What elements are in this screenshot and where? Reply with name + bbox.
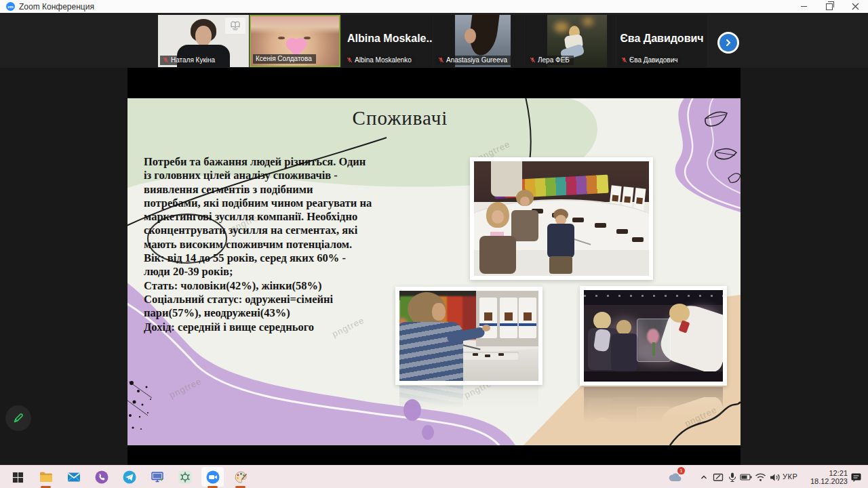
taskbar-app-mail[interactable] [60, 466, 87, 488]
participant-tile-natalia[interactable]: Наталя Кукіна [158, 15, 249, 67]
clock[interactable]: 12:21 18.12.2023 [804, 469, 848, 485]
pencil-icon [12, 411, 25, 425]
close-icon [852, 3, 859, 10]
participant-name-label: Anastasiya Gureeva [435, 56, 511, 65]
file-explorer-icon [38, 469, 54, 485]
title-bar: zm Zoom Конференция [0, 0, 868, 14]
window-title: Zoom Конференция [19, 2, 94, 12]
battery-icon[interactable] [739, 470, 753, 484]
viber-icon [94, 469, 110, 485]
minimize-icon [801, 6, 807, 7]
onedrive-icon[interactable]: 1 [669, 470, 682, 484]
participant-name-label: Albina Moskalenko [344, 56, 416, 65]
paint-icon [233, 469, 249, 485]
speaker-icon[interactable] [768, 470, 781, 484]
next-participants-button[interactable] [717, 32, 739, 54]
participants-strip: Наталя Кукіна Ксенія Солдатова Albina Mo… [0, 13, 868, 68]
taskbar-app-paint[interactable] [226, 466, 254, 488]
participant-tile-lera[interactable]: Лера ФЕБ [525, 15, 616, 67]
tray-expand-chevron-icon[interactable] [697, 470, 711, 484]
letterbox-top [127, 68, 741, 98]
maximize-button[interactable] [816, 0, 842, 13]
participant-tile-anastasiya[interactable]: Anastasiya Gureeva [433, 15, 524, 67]
participant-name-label: Ксенія Солдатова [253, 54, 316, 64]
notification-center-button[interactable] [849, 470, 863, 484]
video-overlay-logo [225, 18, 245, 34]
computer-icon [149, 469, 165, 485]
wifi-icon[interactable] [753, 470, 767, 484]
notification-badge: 1 [677, 467, 685, 474]
participant-display-name: Albina Moskale... [347, 33, 433, 45]
taskbar: 1 УКР 12:21 18.12.2023 [0, 465, 868, 488]
slide-body-text: Потреби та бажання людей різняться. Один… [144, 155, 408, 334]
slide-photo-boy-tasting [395, 287, 542, 385]
photo-reflection [580, 387, 735, 429]
photo-reflection [395, 386, 551, 413]
taskbar-app-viber[interactable] [87, 466, 115, 488]
participant-display-name: Єва Давидович [616, 33, 707, 45]
participant-tile-yeva[interactable]: Єва Давидович Єва Давидович [616, 15, 707, 67]
start-button[interactable] [4, 466, 32, 488]
chatgpt-icon [177, 469, 193, 485]
taskbar-app-telegram[interactable] [115, 466, 143, 488]
participant-tile-kseniia-active-speaker[interactable]: Ксенія Солдатова [250, 15, 340, 67]
tablet-mode-icon[interactable] [711, 470, 725, 484]
annotate-pencil-button[interactable] [5, 405, 31, 431]
participant-name-label: Наталя Кукіна [160, 56, 219, 65]
close-button[interactable] [842, 0, 868, 13]
chevron-right-icon [725, 39, 732, 46]
mic-muted-icon [530, 57, 536, 63]
zoom-app-icon: zm [6, 2, 15, 11]
zoom-meeting-window: zm Zoom Конференция Н [0, 0, 868, 488]
taskbar-app-file-explorer[interactable] [32, 466, 60, 488]
mic-muted-icon [163, 57, 169, 63]
slide-photo-exhibition-crowd [580, 286, 727, 386]
participant-name-label: Єва Давидович [618, 56, 682, 65]
microphone-icon[interactable] [726, 470, 739, 484]
mic-muted-icon [621, 57, 627, 63]
taskbar-app-chatgpt[interactable] [171, 466, 199, 488]
zoom-icon [205, 469, 221, 485]
mail-icon [66, 469, 82, 485]
presentation-slide: pngtree pngtree pngtree pngtree pngtree … [127, 98, 741, 445]
slide-title: Споживачі [326, 107, 475, 129]
tray-date: 18.12.2023 [804, 477, 848, 485]
slide-photo-children-chocolate-counter [470, 157, 653, 280]
participant-tile-albina[interactable]: Albina Moskale... Albina Moskalenko [342, 15, 433, 67]
windows-icon [10, 469, 26, 485]
minimize-button[interactable] [791, 0, 816, 13]
taskbar-app-zoom[interactable] [199, 466, 226, 488]
letterbox-bottom [127, 445, 741, 465]
language-indicator[interactable]: УКР [783, 472, 797, 481]
mic-muted-icon [347, 57, 353, 63]
tray-time: 12:21 [804, 469, 848, 477]
telegram-icon [121, 469, 138, 485]
participant-name-label: Лера ФЕБ [527, 56, 574, 65]
shared-screen-area: pngtree pngtree pngtree pngtree pngtree … [0, 68, 868, 465]
restore-icon [826, 3, 833, 10]
taskbar-app-this-pc[interactable] [143, 466, 171, 488]
mic-muted-icon [438, 57, 444, 63]
